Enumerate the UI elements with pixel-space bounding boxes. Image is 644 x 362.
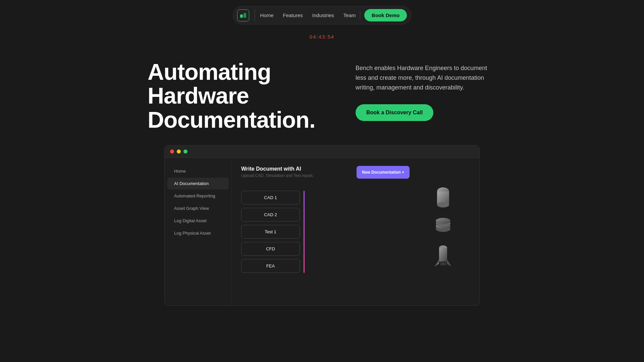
- svg-marker-12: [447, 260, 451, 266]
- vertical-line: [304, 191, 305, 273]
- right-panel: [416, 166, 470, 297]
- file-items-column: CAD 1 CAD 2 Test 1 CFD FEA: [241, 191, 410, 273]
- timer-display: 04:43:54: [310, 34, 334, 40]
- app-sidebar: Home AI Documentation Automated Reportin…: [165, 158, 232, 305]
- svg-rect-1: [244, 13, 246, 18]
- book-demo-button[interactable]: Book Demo: [364, 9, 407, 21]
- hero-title: Automating Hardware Documentation.: [148, 60, 315, 132]
- hero-section: Automating Hardware Documentation. Bench…: [0, 40, 644, 145]
- logo-icon: [237, 9, 249, 21]
- window-body: Home AI Documentation Automated Reportin…: [165, 158, 479, 305]
- nav-features[interactable]: Features: [283, 12, 303, 18]
- book-discovery-button[interactable]: Book a Discovery Call: [356, 104, 433, 121]
- logo-wrap: [237, 9, 255, 21]
- svg-point-4: [437, 202, 449, 207]
- app-window-wrap: Home AI Documentation Automated Reportin…: [0, 145, 644, 306]
- sidebar-item-log-physical-asset[interactable]: Log Physical Asset: [167, 227, 229, 239]
- nav-links: Home Features Industries Team: [260, 12, 356, 18]
- nav-industries[interactable]: Industries: [312, 12, 334, 18]
- hero-right: Bench enables Hardware Engineers to docu…: [356, 60, 496, 121]
- main-content: Write Document with AI Upload CAD, Simul…: [232, 158, 479, 305]
- nav-divider: [360, 11, 361, 19]
- new-documentation-button[interactable]: New Documentation +: [357, 166, 410, 179]
- window-close-dot: [170, 149, 174, 154]
- model-capsule: [431, 186, 455, 209]
- window-titlebar: [165, 145, 479, 158]
- nav-home[interactable]: Home: [260, 12, 274, 18]
- sidebar-item-home[interactable]: Home: [167, 165, 229, 177]
- svg-point-8: [436, 218, 450, 224]
- hero-description: Bench enables Hardware Engineers to docu…: [356, 63, 496, 92]
- fea-button[interactable]: FEA: [241, 259, 300, 273]
- model-disc: [431, 213, 455, 236]
- sidebar-item-log-digital-asset[interactable]: Log Digital Asset: [167, 215, 229, 227]
- svg-rect-14: [442, 262, 444, 265]
- test1-button[interactable]: Test 1: [241, 225, 300, 239]
- svg-rect-15: [445, 261, 447, 265]
- doc-title: Write Document with AI: [241, 166, 357, 172]
- model-rocket: [431, 240, 455, 270]
- sidebar-item-automated-reporting[interactable]: Automated Reporting: [167, 190, 229, 202]
- sidebar-item-ai-documentation[interactable]: AI Documentation: [167, 178, 229, 189]
- sidebar-item-asset-graph-view[interactable]: Asset Graph View: [167, 202, 229, 214]
- doc-subtitle: Upload CAD, Simulation and Text inputs.: [241, 173, 357, 178]
- cfd-button[interactable]: CFD: [241, 242, 300, 256]
- nav-team[interactable]: Team: [343, 12, 356, 18]
- top-row: Write Document with AI Upload CAD, Simul…: [241, 166, 410, 185]
- svg-rect-10: [439, 248, 447, 261]
- svg-rect-0: [240, 14, 243, 18]
- left-panel: Write Document with AI Upload CAD, Simul…: [241, 166, 410, 297]
- hero-left: Automating Hardware Documentation.: [148, 60, 315, 132]
- nav-pill: Home Features Industries Team Book Demo: [233, 6, 412, 24]
- window-maximize-dot: [183, 149, 187, 154]
- cad2-button[interactable]: CAD 2: [241, 208, 300, 222]
- navbar: Home Features Industries Team Book Demo: [0, 0, 644, 31]
- window-minimize-dot: [177, 149, 181, 154]
- svg-marker-11: [435, 260, 439, 266]
- cad1-button[interactable]: CAD 1: [241, 191, 300, 204]
- svg-rect-13: [440, 261, 442, 265]
- app-window: Home AI Documentation Automated Reportin…: [164, 145, 480, 306]
- timer-wrap: 04:43:54: [0, 34, 644, 40]
